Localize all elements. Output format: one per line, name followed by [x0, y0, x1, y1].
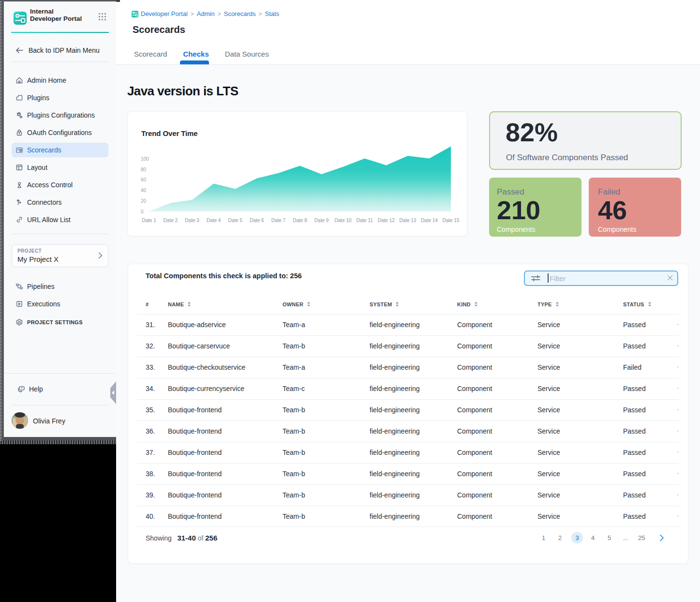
svg-text:?: ? [21, 387, 23, 390]
svg-text:Date 6: Date 6 [250, 218, 264, 223]
svg-text:40: 40 [141, 188, 147, 193]
svg-text:Date 12: Date 12 [378, 218, 395, 223]
svg-text:100: 100 [141, 156, 149, 162]
svg-text:Date 9: Date 9 [314, 218, 329, 223]
svg-text:Date 11: Date 11 [357, 218, 373, 223]
svg-text:Date 2: Date 2 [164, 218, 178, 223]
svg-text:Date 13: Date 13 [399, 218, 416, 223]
svg-text:Date 7: Date 7 [271, 218, 286, 223]
svg-text:80: 80 [141, 167, 147, 172]
svg-text:0: 0 [141, 209, 144, 214]
svg-text:Date 8: Date 8 [293, 218, 307, 223]
svg-text:Date 10: Date 10 [335, 218, 352, 223]
svg-text:Date 14: Date 14 [421, 218, 438, 223]
svg-text:Date 1: Date 1 [142, 218, 156, 223]
svg-text:Date 15: Date 15 [442, 218, 459, 223]
svg-text:Date 5: Date 5 [228, 218, 243, 223]
svg-text:60: 60 [141, 177, 147, 182]
svg-text:20: 20 [141, 198, 147, 204]
svg-text:Date 3: Date 3 [185, 218, 199, 223]
svg-text:Date 4: Date 4 [207, 218, 221, 223]
